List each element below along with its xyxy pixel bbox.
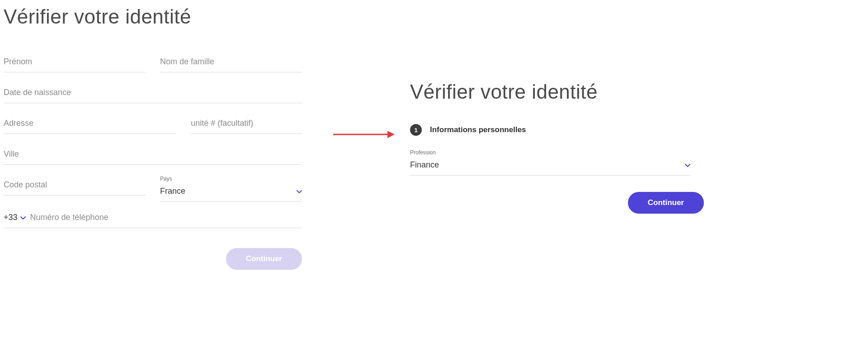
arrow-annotation (332, 128, 396, 141)
continue-button[interactable]: Continuer (628, 192, 704, 214)
identity-form-step1: Vérifier votre identité (4, 5, 302, 270)
chevron-down-icon (685, 161, 690, 169)
step-header: 1 Informations personnelles (410, 124, 704, 136)
page-title: Vérifier votre identité (410, 81, 704, 103)
country-code-select[interactable]: +33 (4, 213, 26, 222)
profession-label: Profession (410, 149, 704, 156)
country-select[interactable]: France (160, 184, 302, 202)
unit-field[interactable] (191, 114, 302, 134)
last-name-field[interactable] (160, 53, 302, 72)
step-number-badge: 1 (410, 124, 422, 136)
first-name-field[interactable] (4, 53, 146, 72)
continue-button[interactable]: Continuer (226, 248, 302, 270)
profession-value: Finance (410, 160, 439, 170)
country-label: Pays (160, 176, 302, 182)
address-field[interactable] (4, 114, 176, 134)
city-field[interactable] (4, 145, 302, 165)
postal-code-field[interactable] (4, 176, 146, 196)
step-label: Informations personnelles (430, 125, 526, 134)
country-value: France (160, 186, 185, 196)
chevron-down-icon (297, 188, 302, 195)
country-code-value: +33 (4, 213, 18, 222)
profession-select[interactable]: Finance (410, 158, 690, 176)
phone-field[interactable] (30, 213, 302, 222)
identity-form-step2: Vérifier votre identité 1 Informations p… (410, 81, 704, 214)
dob-field[interactable] (4, 83, 302, 103)
page-title: Vérifier votre identité (4, 5, 302, 28)
chevron-down-icon (20, 213, 26, 222)
svg-marker-1 (387, 131, 395, 138)
